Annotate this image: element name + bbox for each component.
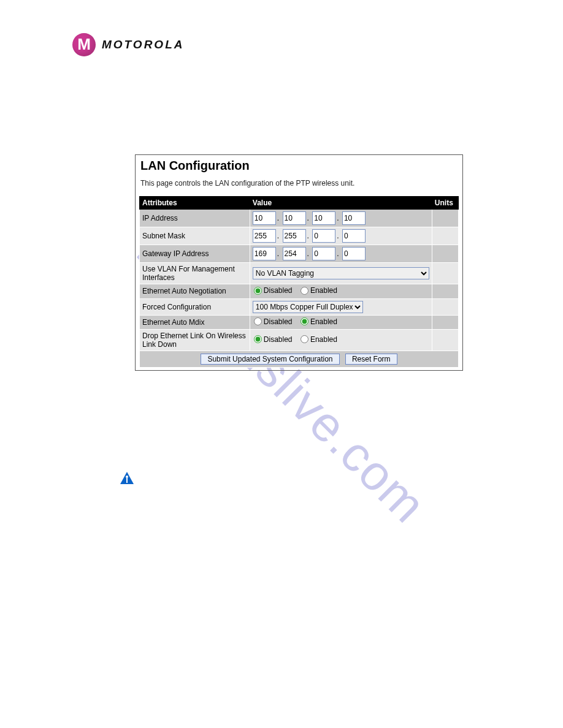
row-buttons: Submit Updated System Configuration Rese… bbox=[140, 351, 459, 368]
panel-description: This page controls the LAN configuration… bbox=[140, 179, 459, 188]
eth-auto-mdix-disabled-label: Disabled bbox=[264, 317, 293, 326]
value-drop-link: Disabled Enabled bbox=[250, 330, 432, 351]
row-gateway: Gateway IP Address . . . bbox=[140, 245, 459, 263]
eth-auto-neg-disabled-radio[interactable] bbox=[254, 287, 262, 295]
value-gateway: . . . bbox=[250, 245, 432, 263]
gateway-octet-2[interactable] bbox=[283, 247, 306, 260]
units-forced-cfg bbox=[432, 298, 458, 315]
subnet-octet-4[interactable] bbox=[342, 229, 366, 243]
vlan-select[interactable]: No VLAN Tagging bbox=[253, 267, 429, 279]
units-eth-auto-neg bbox=[432, 284, 458, 299]
ip-octet-1[interactable] bbox=[253, 211, 276, 225]
label-vlan: Use VLAN For Management Interfaces bbox=[140, 263, 250, 284]
row-drop-link: Drop Ethernet Link On Wireless Link Down… bbox=[140, 330, 459, 351]
label-forced-cfg: Forced Configuration bbox=[140, 298, 250, 315]
eth-auto-neg-disabled-label: Disabled bbox=[264, 286, 293, 295]
units-gateway bbox=[432, 245, 458, 263]
label-subnet-mask: Subnet Mask bbox=[140, 227, 250, 245]
drop-link-disabled-label: Disabled bbox=[264, 335, 293, 344]
row-ip-address: IP Address . . . bbox=[140, 210, 459, 227]
value-forced-cfg: 100 Mbps Copper Full Duplex bbox=[250, 298, 432, 315]
value-subnet-mask: . . . bbox=[250, 227, 432, 245]
gateway-octet-4[interactable] bbox=[342, 247, 366, 260]
label-ip-address: IP Address bbox=[140, 210, 250, 227]
brand-text: MOTOROLA bbox=[102, 38, 184, 51]
ip-octet-4[interactable] bbox=[342, 211, 366, 225]
eth-auto-neg-enabled-radio[interactable] bbox=[301, 287, 308, 295]
row-vlan: Use VLAN For Management Interfaces No VL… bbox=[140, 263, 459, 284]
eth-auto-neg-enabled-label: Enabled bbox=[310, 286, 337, 295]
units-ip-address bbox=[432, 210, 458, 227]
gateway-octet-3[interactable] bbox=[312, 247, 335, 260]
label-eth-auto-mdix: Ethernet Auto Mdix bbox=[140, 315, 250, 330]
label-eth-auto-neg: Ethernet Auto Negotiation bbox=[140, 284, 250, 299]
submit-button[interactable]: Submit Updated System Configuration bbox=[201, 354, 339, 365]
brand-logo: MOTOROLA bbox=[72, 33, 184, 56]
row-subnet-mask: Subnet Mask . . . bbox=[140, 227, 459, 245]
eth-auto-mdix-disabled-radio[interactable] bbox=[254, 317, 262, 325]
subnet-octet-1[interactable] bbox=[253, 229, 276, 243]
units-subnet-mask bbox=[432, 227, 458, 245]
units-drop-link bbox=[432, 330, 458, 351]
col-value: Value bbox=[250, 197, 432, 210]
units-eth-auto-mdix bbox=[432, 315, 458, 330]
row-eth-auto-mdix: Ethernet Auto Mdix Disabled Enabled bbox=[140, 315, 459, 330]
subnet-octet-3[interactable] bbox=[312, 229, 335, 243]
subnet-octet-2[interactable] bbox=[283, 229, 306, 243]
value-eth-auto-neg: Disabled Enabled bbox=[250, 284, 432, 299]
panel-title: LAN Configuration bbox=[140, 159, 459, 173]
eth-auto-mdix-enabled-radio[interactable] bbox=[301, 317, 308, 325]
gateway-octet-1[interactable] bbox=[253, 247, 276, 260]
note-triangle-icon bbox=[120, 472, 134, 487]
col-units: Units bbox=[432, 197, 458, 210]
value-vlan: No VLAN Tagging bbox=[250, 263, 432, 284]
drop-link-enabled-label: Enabled bbox=[310, 335, 337, 344]
label-gateway: Gateway IP Address bbox=[140, 245, 250, 263]
forced-cfg-select[interactable]: 100 Mbps Copper Full Duplex bbox=[253, 301, 363, 313]
svg-point-1 bbox=[126, 476, 128, 478]
drop-link-disabled-radio[interactable] bbox=[254, 335, 262, 343]
table-header-row: Attributes Value Units bbox=[140, 197, 459, 210]
row-eth-auto-neg: Ethernet Auto Negotiation Disabled Enabl… bbox=[140, 284, 459, 299]
row-forced-cfg: Forced Configuration 100 Mbps Copper Ful… bbox=[140, 298, 459, 315]
config-table: Attributes Value Units IP Address . . . … bbox=[139, 196, 459, 368]
ip-octet-2[interactable] bbox=[283, 211, 306, 225]
motorola-icon bbox=[72, 33, 96, 56]
value-ip-address: . . . bbox=[250, 210, 432, 227]
ip-octet-3[interactable] bbox=[312, 211, 335, 225]
svg-rect-2 bbox=[126, 478, 128, 483]
reset-button[interactable]: Reset Form bbox=[345, 354, 397, 365]
drop-link-enabled-radio[interactable] bbox=[301, 335, 308, 343]
eth-auto-mdix-enabled-label: Enabled bbox=[310, 317, 337, 326]
value-eth-auto-mdix: Disabled Enabled bbox=[250, 315, 432, 330]
units-vlan bbox=[432, 263, 458, 284]
lan-configuration-panel: LAN Configuration This page controls the… bbox=[135, 154, 463, 371]
col-attributes: Attributes bbox=[140, 197, 250, 210]
label-drop-link: Drop Ethernet Link On Wireless Link Down bbox=[140, 330, 250, 351]
